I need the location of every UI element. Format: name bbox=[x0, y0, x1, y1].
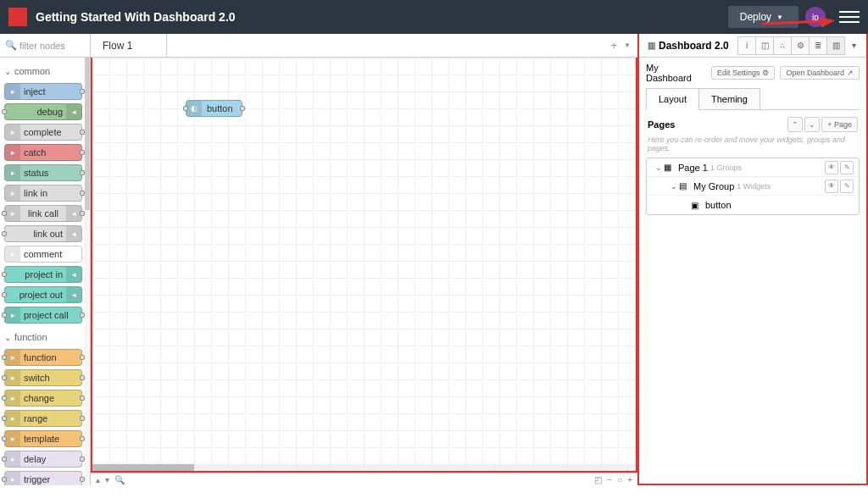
palette-node-project-in[interactable]: project in◂ bbox=[4, 266, 82, 283]
tree-widget[interactable]: ▣ button bbox=[647, 196, 859, 214]
layout-hint: Here you can re-order and move your widg… bbox=[639, 134, 866, 152]
app-header: Getting Started With Dashboard 2.0 Deplo… bbox=[0, 0, 868, 34]
palette-node-delay[interactable]: ▸delay bbox=[4, 451, 82, 468]
hamburger-menu-icon[interactable] bbox=[839, 7, 860, 27]
palette-node-link-out[interactable]: link out◂ bbox=[4, 225, 82, 242]
palette-node-catch[interactable]: ▸catch bbox=[4, 144, 82, 161]
palette-node-template[interactable]: ▸template bbox=[4, 430, 82, 447]
zoom-reset-icon[interactable]: ○ bbox=[617, 475, 622, 484]
app-title: Getting Started With Dashboard 2.0 bbox=[36, 10, 728, 24]
expand-all-icon[interactable]: ⌄ bbox=[804, 117, 820, 132]
page-edit-icon[interactable]: ✎ bbox=[840, 161, 854, 174]
group-edit-icon[interactable]: ✎ bbox=[840, 180, 854, 193]
palette-scrollbar[interactable] bbox=[85, 58, 90, 485]
palette-node-link-call[interactable]: ▸link call◂ bbox=[4, 205, 82, 222]
footer-up-icon[interactable]: ▴ bbox=[96, 475, 100, 484]
tree-group[interactable]: ⌄▤ My Group 1 Widgets 👁 ✎ bbox=[647, 177, 859, 196]
dashboard-tab-icon[interactable]: ▥ bbox=[826, 36, 845, 55]
canvas-node-button[interactable]: ◐ button bbox=[186, 100, 242, 117]
layout-tab[interactable]: Layout bbox=[646, 88, 699, 110]
node-palette: 🔍 filter nodes common▸injectdebug◂▸compl… bbox=[0, 34, 91, 485]
palette-node-project-out[interactable]: project out◂ bbox=[4, 286, 82, 303]
layout-tree: ⌄▦ Page 1 1 Groups 👁 ✎ ⌄▤ My Group 1 Wid… bbox=[646, 158, 860, 215]
palette-node-link-in[interactable]: ▸link in bbox=[4, 185, 82, 202]
zoom-in-icon[interactable]: + bbox=[627, 475, 632, 484]
zoom-out-icon[interactable]: − bbox=[607, 475, 612, 484]
context-tab-icon[interactable]: ≣ bbox=[809, 36, 827, 55]
filter-nodes-input[interactable]: 🔍 filter nodes bbox=[0, 34, 90, 58]
config-tab-icon[interactable]: ⚙ bbox=[791, 36, 810, 55]
page-visibility-icon[interactable]: 👁 bbox=[825, 161, 838, 174]
add-tab-icon[interactable]: + bbox=[611, 40, 617, 52]
palette-node-function[interactable]: ▸function bbox=[4, 349, 82, 366]
deploy-button[interactable]: Deploy ▼ bbox=[728, 6, 798, 28]
category-common[interactable]: common bbox=[3, 61, 87, 80]
help-tab-icon[interactable]: ◫ bbox=[755, 36, 774, 55]
open-dashboard-button[interactable]: Open Dashboard ↗ bbox=[780, 66, 860, 80]
palette-node-range[interactable]: ▸range bbox=[4, 410, 82, 427]
flow-tab[interactable]: Flow 1 bbox=[91, 34, 167, 57]
palette-node-change[interactable]: ▸change bbox=[4, 390, 82, 407]
footer-down-icon[interactable]: ▾ bbox=[105, 475, 109, 484]
group-visibility-icon[interactable]: 👁 bbox=[825, 180, 838, 193]
info-tab-icon[interactable]: i bbox=[737, 36, 756, 55]
palette-node-inject[interactable]: ▸inject bbox=[4, 83, 82, 100]
debug-tab-icon[interactable]: ⛬ bbox=[773, 36, 792, 55]
user-avatar[interactable]: jp bbox=[805, 7, 826, 27]
palette-node-debug[interactable]: debug◂ bbox=[4, 103, 82, 120]
edit-settings-button[interactable]: Edit Settings ⚙ bbox=[711, 66, 776, 80]
workspace-footer: ▴ ▾ 🔍 ◰ − ○ + bbox=[91, 473, 637, 485]
palette-node-complete[interactable]: ▸complete bbox=[4, 124, 82, 141]
canvas-hscroll[interactable] bbox=[92, 464, 636, 471]
pages-label: Pages bbox=[648, 119, 786, 130]
footer-search-icon[interactable]: 🔍 bbox=[114, 475, 125, 484]
sidebar-menu-icon[interactable]: ▾ bbox=[844, 36, 863, 55]
palette-node-project-call[interactable]: ▸project call bbox=[4, 307, 82, 324]
footer-navigator-icon[interactable]: ◰ bbox=[594, 475, 602, 484]
category-function[interactable]: function bbox=[3, 327, 87, 346]
palette-node-switch[interactable]: ▸switch bbox=[4, 369, 82, 386]
sidebar-panel-title: ▥Dashboard 2.0 bbox=[643, 40, 738, 52]
tab-menu-icon[interactable]: ▼ bbox=[624, 42, 631, 49]
sidebar: ▥Dashboard 2.0 i ◫ ⛬ ⚙ ≣ ▥ ▾ My Dashboar… bbox=[637, 34, 868, 485]
theming-tab[interactable]: Theming bbox=[698, 88, 760, 109]
palette-node-trigger[interactable]: ▸trigger bbox=[4, 471, 82, 485]
app-logo bbox=[8, 8, 27, 26]
collapse-all-icon[interactable]: ⌃ bbox=[787, 117, 803, 132]
flow-canvas[interactable]: ◐ button bbox=[91, 58, 637, 473]
palette-node-status[interactable]: ▸status bbox=[4, 164, 82, 181]
palette-node-comment[interactable]: ▸comment bbox=[4, 246, 82, 263]
flow-tabs: Flow 1 + ▼ bbox=[91, 34, 637, 58]
tree-page[interactable]: ⌄▦ Page 1 1 Groups 👁 ✎ bbox=[647, 158, 859, 177]
add-page-button[interactable]: + Page bbox=[821, 117, 858, 132]
dashboard-title: My Dashboard bbox=[646, 63, 706, 83]
workspace: Flow 1 + ▼ ◐ button ▴ ▾ 🔍 ◰ − ○ + bbox=[91, 34, 637, 485]
